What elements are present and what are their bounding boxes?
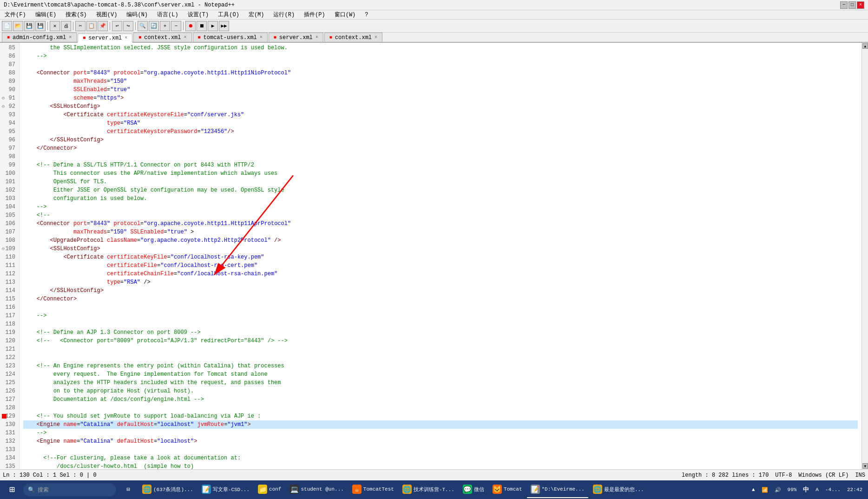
code-text-107a bbox=[23, 228, 73, 236]
line-num-121: 121 bbox=[2, 345, 17, 353]
menu-encoding[interactable]: 编码(N) bbox=[124, 10, 151, 20]
tab-context-xml-2[interactable]: ■ context.xml × bbox=[324, 33, 382, 42]
taskbar-search[interactable]: 🔍 搜索 bbox=[23, 483, 116, 496]
window-controls[interactable]: − □ × bbox=[840, 1, 864, 9]
tray-wifi[interactable]: 📶 bbox=[760, 481, 770, 498]
tab-server-xml[interactable]: ■ server.xml × bbox=[78, 33, 132, 43]
copy-btn[interactable]: 📋 bbox=[86, 21, 97, 31]
taskbar-notepadpp[interactable]: 📝 *D:\Eveirme... bbox=[527, 481, 588, 498]
code-text-112c: = bbox=[174, 270, 177, 278]
zoom-label: 99% bbox=[788, 487, 797, 492]
redo-btn[interactable]: ↪ bbox=[123, 21, 133, 31]
macro-stop-btn[interactable]: ⏹ bbox=[197, 21, 207, 31]
code-text-115a bbox=[23, 295, 37, 303]
undo-btn[interactable]: ↩ bbox=[112, 21, 122, 31]
tab-close-3[interactable]: × bbox=[184, 35, 187, 40]
menu-settings[interactable]: 设置(T) bbox=[185, 10, 212, 20]
code-text-106i: = bbox=[140, 220, 144, 228]
menu-view[interactable]: 视图(V) bbox=[93, 10, 120, 20]
taskbar-browser-2[interactable]: 🌐 技术训练营-T... bbox=[399, 481, 458, 498]
code-text-88f: "8443" bbox=[90, 69, 110, 77]
tab-admin-config[interactable]: ■ admin-config.xml × bbox=[2, 33, 77, 42]
code-text-107h: "true" bbox=[167, 228, 187, 236]
paste-btn[interactable]: 📌 bbox=[98, 21, 108, 31]
menu-tools[interactable]: 工具(O) bbox=[215, 10, 242, 20]
save-all-btn[interactable]: 💾 bbox=[35, 21, 46, 31]
menu-plugins[interactable]: 插件(P) bbox=[301, 10, 328, 20]
macro-play-btn[interactable]: ▶ bbox=[208, 21, 218, 31]
zoom-out-btn[interactable]: − bbox=[171, 21, 181, 31]
taskbar-browser-1[interactable]: 🌐 (637条消息)... bbox=[138, 481, 197, 498]
code-text-107e bbox=[127, 228, 130, 236]
replace-btn[interactable]: 🔄 bbox=[149, 21, 159, 31]
find-btn[interactable]: 🔍 bbox=[138, 21, 148, 31]
code-line-133 bbox=[23, 446, 858, 454]
code-text-132b: <Engine bbox=[37, 437, 60, 446]
tab-close-1[interactable]: × bbox=[69, 35, 72, 40]
new-btn[interactable]: 📄 bbox=[2, 21, 12, 31]
system-tray: ▲ 📶 🔊 99% 中 A -4... 22:42 bbox=[750, 481, 866, 498]
code-text-107i: > bbox=[187, 228, 194, 236]
code-editor[interactable]: the SSLImplementation selected. JSSE sty… bbox=[20, 43, 861, 469]
menu-help[interactable]: ? bbox=[362, 11, 371, 19]
print-btn[interactable]: 🖨 bbox=[61, 21, 71, 31]
macro-run-btn[interactable]: ▶▶ bbox=[219, 21, 229, 31]
close-btn[interactable]: ✕ bbox=[50, 21, 60, 31]
taskbar-browser-3[interactable]: 🌐 最是最爱的您... bbox=[589, 481, 648, 498]
code-text-117: --> bbox=[23, 312, 46, 320]
maximize-button[interactable]: □ bbox=[848, 1, 856, 9]
taskbar-label-9: *D:\Eveirme... bbox=[542, 486, 585, 492]
tab-close-5[interactable]: × bbox=[316, 35, 318, 40]
taskbar-terminal[interactable]: 💻 student @un... bbox=[286, 481, 347, 498]
tray-ime[interactable]: A bbox=[814, 481, 821, 498]
tray-network[interactable]: ▲ bbox=[750, 481, 757, 498]
taskbar-folder[interactable]: 📁 conf bbox=[254, 481, 285, 498]
tray-battery[interactable]: -4... bbox=[823, 481, 842, 498]
tab-context-xml[interactable]: ■ context.xml × bbox=[133, 33, 191, 42]
taskbar-editor[interactable]: 📝 写文章-CSD... bbox=[198, 481, 253, 498]
tab-server-xml-2[interactable]: ■ server.xml × bbox=[269, 33, 323, 42]
code-line-110: <Certificate certificateKeyFile="conf/lo… bbox=[23, 253, 858, 261]
tray-lang[interactable]: 中 bbox=[801, 481, 811, 498]
taskbar-wechat[interactable]: 💬 微信 bbox=[459, 481, 488, 498]
scroll-down-btn[interactable]: ▼ bbox=[862, 463, 868, 469]
zoom-in-btn[interactable]: + bbox=[160, 21, 170, 31]
tray-zoom[interactable]: 99% bbox=[786, 481, 799, 498]
tray-clock[interactable]: 22:42 bbox=[845, 481, 864, 498]
macro-record-btn[interactable]: ⏺ bbox=[185, 21, 196, 31]
menu-language[interactable]: 语言(L) bbox=[154, 10, 181, 20]
line-num-113: 113 bbox=[2, 278, 17, 286]
menu-file[interactable]: 文件(F) bbox=[2, 10, 29, 20]
code-text-93a bbox=[23, 111, 63, 119]
tab-close-4[interactable]: × bbox=[260, 35, 263, 40]
line-num-123: 123 bbox=[2, 362, 17, 370]
line-num-107: 107 bbox=[2, 228, 17, 236]
code-text-106b: <Connector bbox=[37, 220, 70, 228]
minimize-button[interactable]: − bbox=[840, 1, 848, 9]
taskbar-tomcattest[interactable]: ☕ TomcatTest bbox=[349, 481, 398, 498]
menu-window[interactable]: 窗口(W) bbox=[332, 10, 359, 20]
line-num-120: 120 bbox=[2, 337, 17, 345]
cut-btn[interactable]: ✂ bbox=[75, 21, 85, 31]
toolbar-sep-2 bbox=[73, 22, 73, 30]
menu-search[interactable]: 搜索(S) bbox=[63, 10, 90, 20]
vertical-scrollbar[interactable]: ▲ ▼ bbox=[861, 43, 868, 469]
tab-close-6[interactable]: × bbox=[375, 35, 377, 40]
code-line-109: <SSLHostConfig> bbox=[23, 245, 858, 253]
tab-close-2[interactable]: × bbox=[125, 35, 127, 40]
tab-tomcat-users[interactable]: ■ tomcat-users.xml × bbox=[193, 33, 268, 42]
code-line-107: maxThreads="150" SSLEnabled="true" > bbox=[23, 228, 858, 236]
task-view-button[interactable]: ⊟ bbox=[119, 481, 138, 498]
scroll-up-btn[interactable]: ▲ bbox=[862, 43, 868, 49]
code-line-129: <!-- You should set jvmRoute to support … bbox=[23, 412, 858, 420]
code-line-118 bbox=[23, 320, 858, 328]
save-btn[interactable]: 💾 bbox=[24, 21, 34, 31]
open-btn[interactable]: 📂 bbox=[13, 21, 23, 31]
close-button[interactable]: × bbox=[857, 1, 864, 9]
menu-edit[interactable]: 编辑(E) bbox=[33, 10, 59, 20]
menu-macro[interactable]: 宏(M) bbox=[246, 10, 267, 20]
menu-run[interactable]: 运行(R) bbox=[270, 10, 297, 20]
taskbar-tomcat[interactable]: 🐱 Tomcat bbox=[489, 481, 526, 498]
start-button[interactable]: ⊞ bbox=[2, 481, 22, 498]
tray-volume[interactable]: 🔊 bbox=[773, 481, 783, 498]
